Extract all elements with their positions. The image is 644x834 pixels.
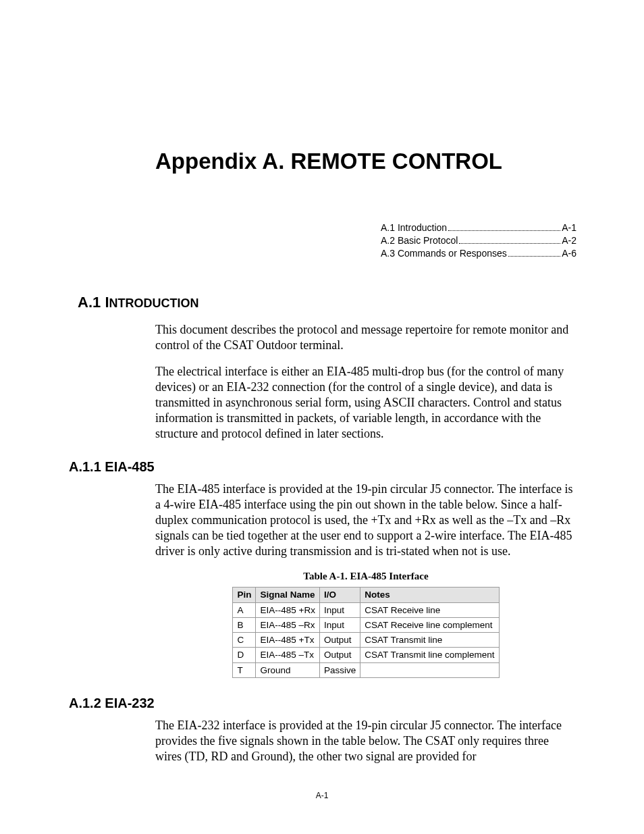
paragraph: This document describes the protocol and…	[155, 322, 576, 353]
table-cell	[360, 662, 499, 677]
table-cell: Output	[319, 648, 360, 662]
section-heading-a11: A.1.1 EIA-485	[69, 459, 576, 475]
toc-entry: A.3 Commands or Responses A-6	[381, 247, 576, 260]
paragraph: The electrical interface is either an EI…	[155, 364, 576, 442]
table-row: T Ground Passive	[233, 662, 499, 677]
toc-label: A.1 Introduction	[381, 221, 447, 234]
table-cell: D	[233, 648, 256, 662]
table-eia485: Pin Signal Name I/O Notes A EIA--485 +Rx…	[232, 587, 499, 678]
table-cell: EIA--485 –Rx	[256, 617, 319, 632]
table-header-row: Pin Signal Name I/O Notes	[233, 588, 499, 602]
table-row: C EIA--485 +Tx Output CSAT Transmit line	[233, 633, 499, 648]
appendix-title: Appendix A. REMOTE CONTROL	[81, 149, 576, 174]
table-cell: Input	[319, 617, 360, 632]
table-cell: CSAT Receive line	[360, 602, 499, 617]
table-cell: T	[233, 662, 256, 677]
toc-label: A.3 Commands or Responses	[381, 247, 507, 260]
toc-page: A-1	[562, 221, 576, 234]
table-caption: Table A-1. EIA-485 Interface	[155, 570, 576, 583]
table-cell: EIA--485 –Tx	[256, 648, 319, 662]
table-row: A EIA--485 +Rx Input CSAT Receive line	[233, 602, 499, 617]
section-body-a11: The EIA-485 interface is provided at the…	[155, 481, 576, 678]
toc-page: A-2	[562, 234, 576, 247]
toc-entry: A.1 Introduction A-1	[381, 221, 576, 234]
section-title-rest: NTRODUCTION	[109, 296, 199, 310]
paragraph: The EIA-232 interface is provided at the…	[155, 718, 576, 764]
table-cell: Input	[319, 602, 360, 617]
section-body-a12: The EIA-232 interface is provided at the…	[155, 718, 576, 764]
table-cell: Passive	[319, 662, 360, 677]
section-heading-a12: A.1.2 EIA-232	[69, 696, 576, 711]
section-number: A.1	[78, 294, 101, 311]
table-cell: CSAT Transmit line complement	[360, 648, 499, 662]
toc-entry: A.2 Basic Protocol A-2	[381, 234, 576, 247]
toc-label: A.2 Basic Protocol	[381, 234, 458, 247]
table-cell: B	[233, 617, 256, 632]
document-page: Appendix A. REMOTE CONTROL A.1 Introduct…	[0, 0, 644, 834]
table-cell: CSAT Transmit line	[360, 633, 499, 648]
table-cell: A	[233, 602, 256, 617]
table-cell: EIA--485 +Rx	[256, 602, 319, 617]
paragraph: The EIA-485 interface is provided at the…	[155, 481, 576, 559]
table-cell: C	[233, 633, 256, 648]
table-header-cell: Notes	[360, 588, 499, 602]
table-row: D EIA--485 –Tx Output CSAT Transmit line…	[233, 648, 499, 662]
toc-leader-dots	[459, 243, 560, 244]
table-of-contents: A.1 Introduction A-1 A.2 Basic Protocol …	[381, 221, 576, 260]
section-body-a1: This document describes the protocol and…	[155, 322, 576, 442]
table-cell: EIA--485 +Tx	[256, 633, 319, 648]
table-cell: Output	[319, 633, 360, 648]
page-footer: A-1	[0, 791, 644, 800]
table-cell: Ground	[256, 662, 319, 677]
table-cell: CSAT Receive line complement	[360, 617, 499, 632]
table-header-cell: Pin	[233, 588, 256, 602]
toc-page: A-6	[562, 247, 576, 260]
section-heading-a1: A.1 INTRODUCTION	[78, 294, 576, 311]
table-row: B EIA--485 –Rx Input CSAT Receive line c…	[233, 617, 499, 632]
table-header-cell: Signal Name	[256, 588, 319, 602]
toc-leader-dots	[448, 230, 560, 231]
table-header-cell: I/O	[319, 588, 360, 602]
toc-leader-dots	[508, 256, 560, 257]
